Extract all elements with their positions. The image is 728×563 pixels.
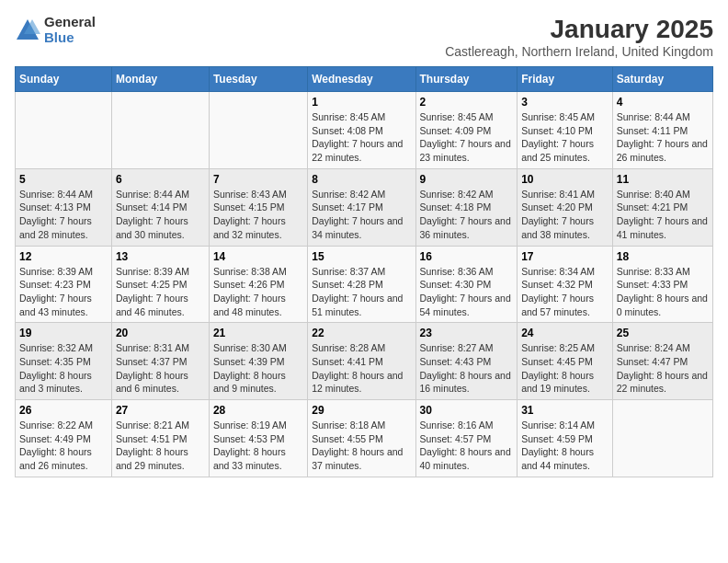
header-day-thursday: Thursday	[415, 67, 518, 92]
title-area: January 2025 Castlereagh, Northern Irela…	[445, 15, 713, 59]
calendar-cell: 13Sunrise: 8:39 AM Sunset: 4:25 PM Dayli…	[111, 246, 209, 323]
calendar-cell: 19Sunrise: 8:32 AM Sunset: 4:35 PM Dayli…	[16, 323, 112, 400]
calendar-cell: 30Sunrise: 8:16 AM Sunset: 4:57 PM Dayli…	[415, 400, 518, 477]
day-number: 24	[521, 327, 609, 339]
day-detail: Sunrise: 8:22 AM Sunset: 4:49 PM Dayligh…	[19, 419, 108, 473]
calendar-cell: 15Sunrise: 8:37 AM Sunset: 4:28 PM Dayli…	[308, 246, 415, 323]
calendar-cell	[16, 92, 112, 169]
calendar-cell: 9Sunrise: 8:42 AM Sunset: 4:18 PM Daylig…	[415, 168, 518, 246]
logo-blue-label: Blue	[44, 30, 96, 46]
header-day-tuesday: Tuesday	[209, 67, 307, 92]
calendar-cell: 3Sunrise: 8:45 AM Sunset: 4:10 PM Daylig…	[518, 92, 613, 169]
calendar-cell: 24Sunrise: 8:25 AM Sunset: 4:45 PM Dayli…	[518, 323, 613, 400]
header-day-friday: Friday	[518, 67, 613, 92]
day-detail: Sunrise: 8:25 AM Sunset: 4:45 PM Dayligh…	[521, 341, 609, 396]
day-number: 31	[521, 404, 609, 417]
calendar-cell: 18Sunrise: 8:33 AM Sunset: 4:33 PM Dayli…	[612, 246, 712, 323]
calendar-cell: 26Sunrise: 8:22 AM Sunset: 4:49 PM Dayli…	[16, 400, 112, 477]
day-number: 7	[213, 173, 303, 186]
day-detail: Sunrise: 8:24 AM Sunset: 4:47 PM Dayligh…	[617, 341, 709, 396]
calendar-cell: 21Sunrise: 8:30 AM Sunset: 4:39 PM Dayli…	[209, 323, 307, 400]
day-number: 23	[420, 327, 514, 339]
day-number: 12	[19, 250, 108, 263]
day-number: 16	[420, 250, 514, 263]
day-detail: Sunrise: 8:19 AM Sunset: 4:53 PM Dayligh…	[213, 419, 303, 473]
week-row-2: 12Sunrise: 8:39 AM Sunset: 4:23 PM Dayli…	[16, 246, 713, 323]
header: General Blue January 2025 Castlereagh, N…	[15, 15, 713, 59]
day-detail: Sunrise: 8:39 AM Sunset: 4:25 PM Dayligh…	[116, 265, 205, 319]
day-number: 4	[617, 96, 709, 109]
day-detail: Sunrise: 8:14 AM Sunset: 4:59 PM Dayligh…	[521, 419, 609, 473]
calendar-cell: 17Sunrise: 8:34 AM Sunset: 4:32 PM Dayli…	[518, 246, 613, 323]
day-detail: Sunrise: 8:44 AM Sunset: 4:14 PM Dayligh…	[116, 188, 205, 242]
calendar-cell: 8Sunrise: 8:42 AM Sunset: 4:17 PM Daylig…	[308, 168, 415, 246]
day-detail: Sunrise: 8:21 AM Sunset: 4:51 PM Dayligh…	[116, 419, 205, 473]
day-number: 28	[213, 404, 303, 417]
day-number: 8	[312, 173, 411, 186]
day-number: 30	[420, 404, 514, 417]
day-number: 11	[617, 173, 709, 186]
day-number: 9	[420, 173, 514, 186]
calendar-cell: 29Sunrise: 8:18 AM Sunset: 4:55 PM Dayli…	[308, 400, 415, 477]
day-detail: Sunrise: 8:38 AM Sunset: 4:26 PM Dayligh…	[213, 265, 303, 319]
calendar-cell: 11Sunrise: 8:40 AM Sunset: 4:21 PM Dayli…	[612, 168, 712, 246]
day-detail: Sunrise: 8:45 AM Sunset: 4:10 PM Dayligh…	[521, 110, 609, 165]
logo-general-label: General	[44, 15, 96, 30]
header-day-wednesday: Wednesday	[308, 67, 415, 92]
day-detail: Sunrise: 8:45 AM Sunset: 4:08 PM Dayligh…	[312, 110, 411, 165]
calendar-cell: 7Sunrise: 8:43 AM Sunset: 4:15 PM Daylig…	[209, 168, 307, 246]
day-number: 3	[521, 96, 609, 109]
day-number: 14	[213, 250, 303, 263]
calendar-cell: 10Sunrise: 8:41 AM Sunset: 4:20 PM Dayli…	[518, 168, 613, 246]
day-number: 20	[116, 327, 205, 339]
day-detail: Sunrise: 8:34 AM Sunset: 4:32 PM Dayligh…	[521, 265, 609, 319]
calendar-cell: 14Sunrise: 8:38 AM Sunset: 4:26 PM Dayli…	[209, 246, 307, 323]
calendar-cell: 22Sunrise: 8:28 AM Sunset: 4:41 PM Dayli…	[308, 323, 415, 400]
day-number: 25	[617, 327, 709, 339]
day-detail: Sunrise: 8:41 AM Sunset: 4:20 PM Dayligh…	[521, 188, 609, 242]
day-detail: Sunrise: 8:39 AM Sunset: 4:23 PM Dayligh…	[19, 265, 108, 319]
day-number: 2	[420, 96, 514, 109]
day-detail: Sunrise: 8:40 AM Sunset: 4:21 PM Dayligh…	[617, 188, 709, 242]
day-detail: Sunrise: 8:30 AM Sunset: 4:39 PM Dayligh…	[213, 341, 303, 396]
calendar-table: SundayMondayTuesdayWednesdayThursdayFrid…	[15, 66, 713, 477]
header-row: SundayMondayTuesdayWednesdayThursdayFrid…	[16, 67, 713, 92]
calendar-cell: 28Sunrise: 8:19 AM Sunset: 4:53 PM Dayli…	[209, 400, 307, 477]
calendar-cell: 31Sunrise: 8:14 AM Sunset: 4:59 PM Dayli…	[518, 400, 613, 477]
calendar-cell: 23Sunrise: 8:27 AM Sunset: 4:43 PM Dayli…	[415, 323, 518, 400]
day-number: 17	[521, 250, 609, 263]
header-day-sunday: Sunday	[16, 67, 112, 92]
calendar-cell	[209, 92, 307, 169]
calendar-cell	[612, 400, 712, 477]
day-number: 13	[116, 250, 205, 263]
day-detail: Sunrise: 8:33 AM Sunset: 4:33 PM Dayligh…	[617, 265, 709, 319]
calendar-cell: 20Sunrise: 8:31 AM Sunset: 4:37 PM Dayli…	[111, 323, 209, 400]
calendar-body: 1Sunrise: 8:45 AM Sunset: 4:08 PM Daylig…	[16, 92, 713, 477]
calendar-cell: 4Sunrise: 8:44 AM Sunset: 4:11 PM Daylig…	[612, 92, 712, 169]
week-row-1: 5Sunrise: 8:44 AM Sunset: 4:13 PM Daylig…	[16, 168, 713, 246]
day-detail: Sunrise: 8:42 AM Sunset: 4:17 PM Dayligh…	[312, 188, 411, 242]
day-number: 6	[116, 173, 205, 186]
header-day-saturday: Saturday	[612, 67, 712, 92]
week-row-0: 1Sunrise: 8:45 AM Sunset: 4:08 PM Daylig…	[16, 92, 713, 169]
calendar-cell: 2Sunrise: 8:45 AM Sunset: 4:09 PM Daylig…	[415, 92, 518, 169]
day-number: 21	[213, 327, 303, 339]
day-detail: Sunrise: 8:45 AM Sunset: 4:09 PM Dayligh…	[420, 110, 514, 165]
header-day-monday: Monday	[111, 67, 209, 92]
logo-icon	[15, 17, 40, 43]
day-number: 1	[312, 96, 411, 109]
calendar-header: SundayMondayTuesdayWednesdayThursdayFrid…	[16, 67, 713, 92]
calendar-cell: 27Sunrise: 8:21 AM Sunset: 4:51 PM Dayli…	[111, 400, 209, 477]
day-detail: Sunrise: 8:37 AM Sunset: 4:28 PM Dayligh…	[312, 265, 411, 319]
day-number: 10	[521, 173, 609, 186]
day-detail: Sunrise: 8:36 AM Sunset: 4:30 PM Dayligh…	[420, 265, 514, 319]
calendar-cell: 6Sunrise: 8:44 AM Sunset: 4:14 PM Daylig…	[111, 168, 209, 246]
logo: General Blue	[15, 15, 96, 45]
calendar-cell: 25Sunrise: 8:24 AM Sunset: 4:47 PM Dayli…	[612, 323, 712, 400]
day-detail: Sunrise: 8:32 AM Sunset: 4:35 PM Dayligh…	[19, 341, 108, 396]
calendar-cell: 16Sunrise: 8:36 AM Sunset: 4:30 PM Dayli…	[415, 246, 518, 323]
main-title: January 2025	[445, 15, 713, 44]
day-detail: Sunrise: 8:28 AM Sunset: 4:41 PM Dayligh…	[312, 341, 411, 396]
day-number: 19	[19, 327, 108, 339]
calendar-cell: 1Sunrise: 8:45 AM Sunset: 4:08 PM Daylig…	[308, 92, 415, 169]
